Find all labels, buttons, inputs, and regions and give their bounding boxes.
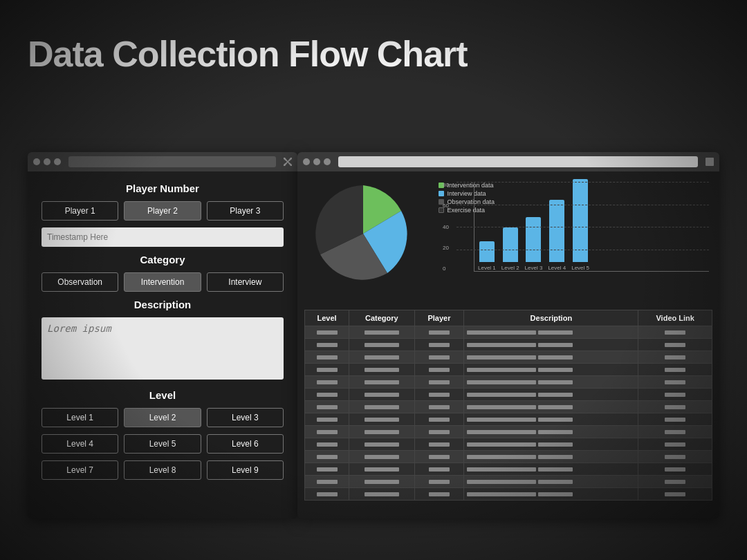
cell-bar (429, 355, 450, 360)
level6-button[interactable]: Level 6 (207, 434, 284, 454)
cell-bar (365, 393, 399, 397)
cell-bar (665, 492, 685, 496)
cell-description (464, 463, 638, 476)
nav-refresh-icon[interactable] (54, 158, 61, 165)
level4-button[interactable]: Level 4 (42, 434, 118, 454)
cell-bar (429, 380, 450, 384)
cell-player (414, 463, 464, 476)
right-url-bar[interactable] (338, 156, 698, 167)
observation-button[interactable]: Observation (42, 272, 118, 292)
right-nav-forward-icon[interactable] (313, 158, 320, 165)
table-row (305, 326, 712, 339)
cell-player (414, 488, 464, 501)
table-row (305, 339, 712, 351)
cell-player (414, 438, 464, 451)
cell-bar (365, 405, 399, 409)
cell-category (349, 451, 415, 463)
charts-area: Intervention data Interview data Observa… (297, 171, 719, 310)
cell-video-link (638, 339, 712, 351)
pie-chart-container: Intervention data Interview data Observa… (308, 178, 432, 304)
cell-description (464, 451, 638, 463)
cell-bar (467, 368, 536, 372)
description-textarea[interactable] (42, 317, 284, 380)
cell-category (349, 389, 415, 401)
nav-back-icon[interactable] (33, 158, 40, 165)
interview-button[interactable]: Interview (207, 272, 284, 292)
cell-bar (365, 455, 399, 459)
cell-bar (665, 355, 685, 360)
cell-bar (665, 455, 685, 459)
cell-category (349, 376, 415, 389)
cell-level (305, 351, 349, 364)
right-browser-window: Intervention data Interview data Observa… (297, 152, 719, 519)
cell-bar (429, 330, 450, 335)
table-row (305, 376, 712, 389)
data-table: Level Category Player Description Video … (304, 310, 712, 501)
close-icon[interactable] (284, 158, 292, 166)
cell-level (305, 389, 349, 401)
right-close-icon[interactable] (706, 158, 714, 166)
cell-bar (429, 418, 450, 422)
cell-category (349, 476, 415, 488)
cell-bar (317, 480, 338, 484)
player3-button[interactable]: Player 3 (207, 201, 284, 221)
level3-button[interactable]: Level 3 (207, 408, 284, 427)
player2-button[interactable]: Player 2 (124, 201, 201, 221)
intervention-button[interactable]: Intervention (124, 272, 201, 292)
page-title: Data Collection Flow Chart (28, 33, 468, 75)
cell-description (464, 438, 638, 451)
cell-video-link (638, 351, 712, 364)
cell-description (464, 413, 638, 426)
cell-level (305, 339, 349, 351)
level-row2: Level 4 Level 5 Level 6 (42, 434, 284, 454)
table-row (305, 351, 712, 364)
cell-bar (365, 330, 399, 335)
right-nav-refresh-icon[interactable] (324, 158, 331, 165)
cell-bar (317, 380, 338, 384)
cell-level (305, 438, 349, 451)
y-label-20: 20 (443, 245, 449, 251)
table-body (305, 326, 712, 501)
level2-button[interactable]: Level 2 (124, 408, 201, 427)
category-label: Category (42, 254, 284, 265)
url-bar[interactable] (68, 156, 276, 167)
cell-description (464, 326, 638, 339)
table-row (305, 488, 712, 501)
level8-button[interactable]: Level 8 (124, 460, 201, 480)
table-row (305, 401, 712, 413)
level7-button[interactable]: Level 7 (42, 460, 118, 480)
cell-video-link (638, 413, 712, 426)
table-row (305, 426, 712, 438)
level-label: Level (42, 389, 284, 401)
cell-video-link (638, 401, 712, 413)
nav-forward-icon[interactable] (44, 158, 50, 165)
cell-bar (467, 418, 536, 422)
cell-bar (665, 393, 685, 397)
col-player: Player (414, 310, 464, 326)
cell-bar (538, 393, 573, 397)
cell-bar (365, 480, 399, 484)
table-row (305, 364, 712, 376)
cell-bar (429, 430, 450, 434)
cell-bar (317, 442, 338, 447)
cell-bar (429, 467, 450, 472)
cell-video-link (638, 364, 712, 376)
level9-button[interactable]: Level 9 (207, 460, 284, 480)
cell-description (464, 488, 638, 501)
cell-level (305, 413, 349, 426)
level5-button[interactable]: Level 5 (124, 434, 201, 454)
timestamp-input[interactable] (42, 227, 284, 247)
right-nav-back-icon[interactable] (303, 158, 310, 165)
cell-player (414, 376, 464, 389)
cell-bar (665, 405, 685, 409)
category-button-group: Observation Intervention Interview (42, 272, 284, 292)
cell-player (414, 476, 464, 488)
cell-category (349, 488, 415, 501)
cell-bar (467, 355, 536, 360)
cell-category (349, 413, 415, 426)
cell-bar (365, 442, 399, 447)
level1-button[interactable]: Level 1 (42, 408, 118, 427)
player1-button[interactable]: Player 1 (42, 201, 118, 221)
cell-description (464, 476, 638, 488)
cell-level (305, 401, 349, 413)
